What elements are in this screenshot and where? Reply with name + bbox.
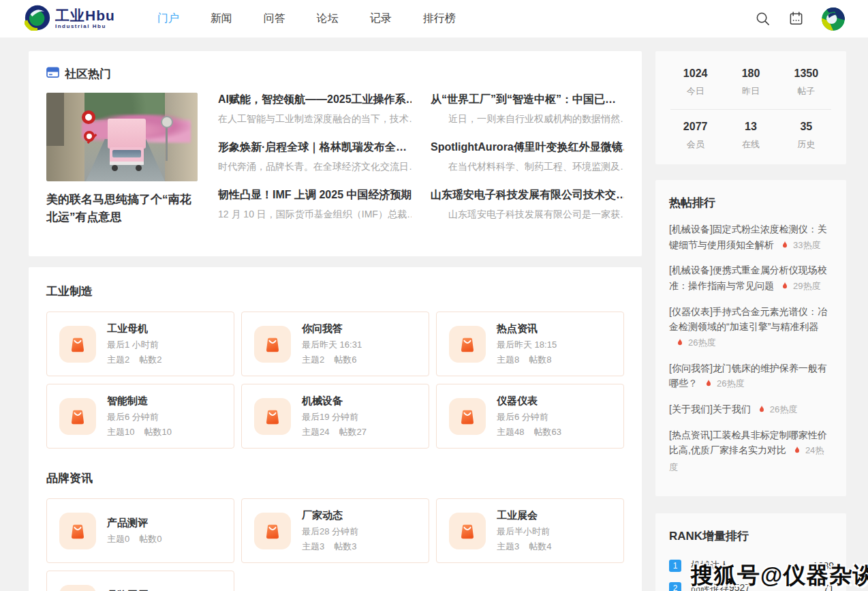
hot-post-item[interactable]: [热点资讯]工装检具非标定制哪家性价比高,优质厂家排名实力对比24热度 [669, 427, 833, 475]
forum-post-count: 帖数63 [533, 427, 561, 437]
rank-row[interactable]: 1 机械达人 1639 [669, 555, 834, 577]
section-title-brand: 品牌资讯 [46, 470, 624, 486]
forum-name[interactable]: 仪器仪表 [497, 395, 571, 408]
forum-card[interactable]: 产品测评 主题0帖数0 [46, 498, 234, 563]
forum-last-post-time: 最后6 分钟前 [107, 411, 181, 423]
rank-user-name[interactable]: 品牌推荐9527 [691, 582, 750, 591]
forum-name[interactable]: 工业展会 [497, 509, 561, 522]
forum-last-post-time: 最后1 小时前 [107, 339, 171, 351]
user-avatar[interactable] [822, 7, 845, 31]
article-item[interactable]: 山东瑶安电子科技发展有限公司技术交… 山东瑶安电子科技发展有限公司是一家获… [431, 188, 624, 221]
stats-divider [670, 109, 831, 110]
flame-icon [676, 336, 684, 352]
forum-post-count: 帖数27 [339, 427, 366, 437]
forum-card[interactable]: 热点资讯 最后昨天 18:15 主题8帖数8 [436, 312, 624, 376]
nav-qa[interactable]: 问答 [264, 12, 285, 26]
forum-sections-panel: 工业制造 工业母机 最后1 小时前 主题2帖数2 你问我答 最后昨天 16:31 [29, 267, 642, 591]
article-item[interactable]: SpotlightAurora傅里叶变换红外显微镜… 在当代材料科学、制药工程、… [431, 140, 624, 173]
forum-card[interactable]: 智能制造 最后6 分钟前 主题10帖数10 [46, 384, 234, 449]
nav-portal[interactable]: 门户 [157, 12, 179, 26]
forum-name[interactable]: 厂家动态 [302, 509, 366, 522]
article-summary: 在人工智能与工业制造深度融合的当下，技术… [218, 113, 412, 125]
hot-post-text[interactable]: [仪器仪表]手持式合金元素光谱仪：冶金检测领域的“加速引擎”与精准利器 [669, 306, 827, 333]
forum-card[interactable]: 工业母机 最后1 小时前 主题2帖数2 [46, 312, 234, 376]
featured-image[interactable] [46, 93, 198, 181]
rank-badge: 1 [669, 560, 681, 572]
article-summary: 山东瑶安电子科技发展有限公司是一家获… [431, 209, 624, 221]
community-hot-title: 社区热门 [65, 66, 111, 82]
article-item[interactable]: 韧性凸显！IMF 上调 2025 中国经济预期… 12 月 10 日，国际货币基… [218, 188, 412, 221]
article-title[interactable]: 形象焕新·启程全球｜格林凯瑞发布全… [218, 140, 412, 155]
forum-card[interactable]: 品牌工厂 主题0帖数0 [46, 571, 234, 591]
shopping-bag-icon [59, 513, 96, 549]
section-title-industrial: 工业制造 [46, 284, 624, 299]
shopping-bag-icon [254, 513, 291, 549]
flame-icon [704, 377, 713, 393]
article-title[interactable]: 韧性凸显！IMF 上调 2025 中国经济预期… [218, 188, 412, 202]
article-item[interactable]: 从“世界工厂”到“智造中枢”：中国已… 近日，一则来自行业权威机构的数据悄然… [431, 93, 624, 125]
hot-posts-panel: 热帖排行 [机械设备]固定式粉尘浓度检测仪：关键细节与使用须知全解析33热度 [… [655, 180, 846, 496]
forum-topic-count: 主题8 [497, 354, 519, 365]
forum-topic-count: 主题48 [497, 427, 524, 437]
forum-name[interactable]: 机械设备 [302, 395, 376, 408]
shopping-bag-icon [254, 398, 291, 435]
forum-last-post-time: 最后昨天 16:31 [302, 339, 366, 351]
forum-name[interactable]: 智能制造 [107, 395, 181, 408]
article-item[interactable]: AI赋能，智控领航——2025工业操作系… 在人工智能与工业制造深度融合的当下，… [218, 93, 412, 125]
forum-name[interactable]: 工业母机 [107, 322, 171, 335]
forum-name[interactable]: 品牌工厂 [107, 589, 171, 591]
article-title[interactable]: SpotlightAurora傅里叶变换红外显微镜… [431, 140, 624, 155]
forum-post-count: 帖数3 [334, 541, 356, 551]
article-summary: 时代奔涌，品牌长青。在全球经济文化交流日… [218, 161, 412, 173]
forum-card[interactable]: 你问我答 最后昨天 16:31 主题2帖数6 [241, 312, 429, 376]
hot-post-item[interactable]: [机械设备]便携式重金属分析仪现场校准：操作指南与常见问题29热度 [669, 262, 833, 294]
shopping-bag-icon [59, 398, 96, 435]
rank-user-name[interactable]: 机械达人 [691, 560, 729, 572]
forum-card[interactable]: 机械设备 最后19 分钟前 主题24帖数27 [241, 384, 429, 449]
forum-name[interactable]: 热点资讯 [497, 322, 561, 335]
nav-records[interactable]: 记录 [370, 12, 392, 26]
hot-post-item[interactable]: [关于我们]关于我们26热度 [669, 401, 833, 419]
forum-topic-count: 主题3 [497, 541, 519, 551]
hot-post-heat: 26热度 [717, 378, 744, 389]
forum-topic-count: 主题0 [107, 534, 129, 544]
stat-today: 1024 今日 [668, 67, 723, 97]
stat-yesterday: 180 昨日 [723, 67, 778, 97]
featured-article[interactable]: 美的联名马思纯搞了个“南花北运”有点意思 [46, 93, 199, 236]
forum-topic-count: 主题2 [107, 354, 129, 365]
nav-ranking[interactable]: 排行榜 [423, 12, 456, 26]
hot-post-text[interactable]: [热点资讯]工装检具非标定制哪家性价比高,优质厂家排名实力对比 [669, 429, 827, 456]
forum-card[interactable]: 仪器仪表 最后6 分钟前 主题48帖数63 [436, 384, 624, 449]
nav-forum[interactable]: 论坛 [317, 12, 339, 26]
forum-last-post-time: 最后19 分钟前 [302, 411, 376, 423]
article-title[interactable]: AI赋能，智控领航——2025工业操作系… [218, 93, 412, 107]
article-title[interactable]: 从“世界工厂”到“智造中枢”：中国已… [431, 93, 624, 107]
shopping-bag-icon [449, 398, 486, 435]
hot-post-item[interactable]: [仪器仪表]手持式合金元素光谱仪：冶金检测领域的“加速引擎”与精准利器26热度 [669, 304, 833, 352]
forum-name[interactable]: 你问我答 [302, 322, 366, 335]
forum-card[interactable]: 工业展会 最后半小时前 主题3帖数4 [436, 498, 624, 563]
site-logo[interactable]: 工业Hbu Industrial Hbu [25, 5, 115, 33]
hot-post-item[interactable]: [你问我答]龙门铣床的维护保养一般有哪些？26热度 [669, 361, 833, 393]
shopping-bag-icon [59, 585, 96, 591]
forum-card[interactable]: 厂家动态 最后28 分钟前 主题3帖数3 [241, 498, 429, 563]
forum-topic-count: 主题24 [302, 427, 329, 437]
rank-value: 71 [823, 583, 834, 591]
search-icon[interactable] [755, 11, 771, 27]
hot-post-text[interactable]: [你问我答]龙门铣床的维护保养一般有哪些？ [669, 363, 827, 389]
hot-post-item[interactable]: [机械设备]固定式粉尘浓度检测仪：关键细节与使用须知全解析33热度 [669, 222, 833, 254]
nav-news[interactable]: 新闻 [211, 12, 232, 26]
hot-post-text[interactable]: [关于我们]关于我们 [669, 404, 751, 414]
article-item[interactable]: 形象焕新·启程全球｜格林凯瑞发布全… 时代奔涌，品牌长青。在全球经济文化交流日… [218, 140, 412, 173]
community-hot-panel: 社区热门 美的联名马思纯搞了个“南花北运”有点意思 [29, 51, 642, 256]
forum-topic-count: 主题3 [302, 541, 324, 551]
article-title[interactable]: 山东瑶安电子科技发展有限公司技术交… [431, 188, 624, 202]
stat-posts: 1350 帖子 [779, 67, 834, 97]
calendar-icon[interactable] [788, 11, 804, 27]
rank-value: 1639 [813, 560, 834, 571]
article-summary: 近日，一则来自行业权威机构的数据悄然… [431, 113, 624, 125]
rank-row[interactable]: 2 品牌推荐9527 71 [669, 577, 834, 591]
forum-post-count: 帖数4 [529, 541, 551, 551]
featured-article-title[interactable]: 美的联名马思纯搞了个“南花北运”有点意思 [46, 191, 199, 227]
forum-name[interactable]: 产品测评 [107, 517, 171, 530]
